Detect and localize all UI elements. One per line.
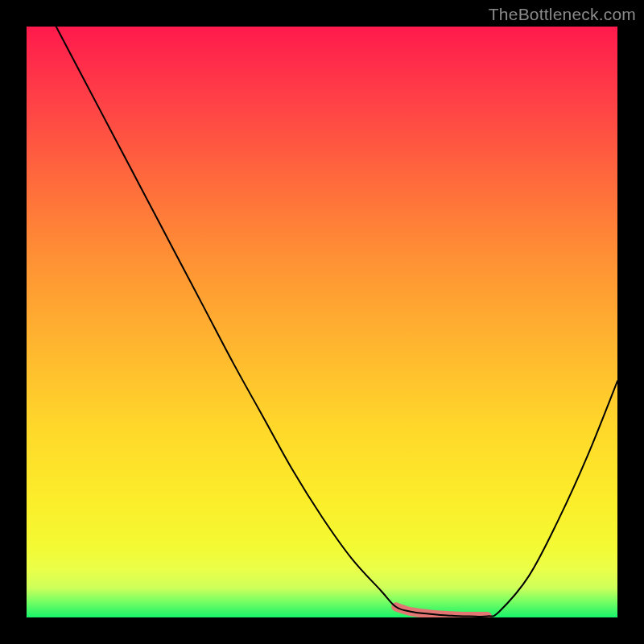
- curve-layer: [27, 27, 617, 617]
- plot-area: [27, 27, 617, 617]
- attribution-text: TheBottleneck.com: [489, 5, 636, 24]
- chart-frame: TheBottleneck.com: [0, 0, 644, 644]
- bottleneck-curve: [56, 27, 617, 617]
